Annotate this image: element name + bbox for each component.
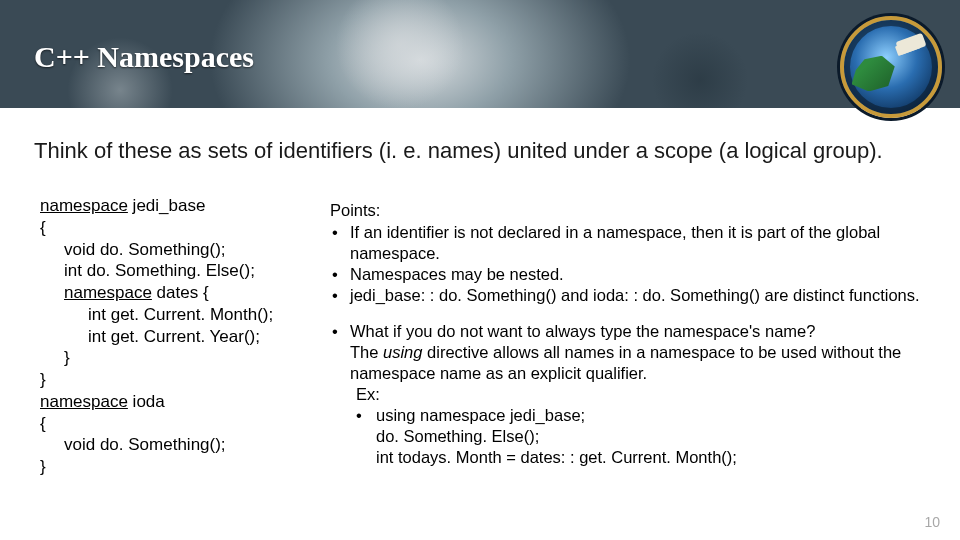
kw-namespace: namespace [64, 283, 152, 302]
sub-bullet: •using namespace jedi_base; [330, 405, 940, 426]
code-block: namespace jedi_base { void do. Something… [40, 195, 310, 478]
bullet-icon: • [356, 405, 376, 426]
jcsda-logo [840, 16, 942, 118]
code-line: int get. Current. Year(); [40, 326, 310, 348]
code-line: int get. Current. Month(); [40, 304, 310, 326]
points-block: Points: •If an identifier is not declare… [330, 200, 940, 468]
bullet-item: •Namespaces may be nested. [330, 264, 940, 285]
points-header: Points: [330, 200, 940, 221]
code-line: { [40, 217, 310, 239]
bullet-icon: • [330, 264, 350, 285]
code-line: void do. Something(); [40, 434, 310, 456]
bullet-text: What if you do not want to always type t… [350, 321, 940, 384]
example-label: Ex: [330, 384, 940, 405]
code-line: namespace ioda [40, 391, 310, 413]
kw-namespace: namespace [40, 392, 128, 411]
code-line: namespace jedi_base [40, 195, 310, 217]
slide-title: C++ Namespaces [34, 40, 254, 74]
kw-namespace: namespace [40, 196, 128, 215]
code-line: void do. Something(); [40, 239, 310, 261]
bullet-icon: • [330, 321, 350, 384]
bullet-icon: • [330, 285, 350, 306]
example-line: do. Something. Else(); [330, 426, 940, 447]
code-line: namespace dates { [40, 282, 310, 304]
bullet-icon: • [330, 222, 350, 264]
bullet-item: •jedi_base: : do. Something() and ioda: … [330, 285, 940, 306]
bullet-item: • What if you do not want to always type… [330, 321, 940, 384]
code-line: int do. Something. Else(); [40, 260, 310, 282]
bullet-item: •If an identifier is not declared in a n… [330, 222, 940, 264]
example-line: int todays. Month = dates: : get. Curren… [330, 447, 940, 468]
code-line: } [40, 369, 310, 391]
code-line: { [40, 413, 310, 435]
slide: C++ Namespaces Think of these as sets of… [0, 0, 960, 540]
page-number: 10 [924, 514, 940, 530]
code-line: } [40, 347, 310, 369]
intro-text: Think of these as sets of identifiers (i… [34, 138, 934, 164]
code-line: } [40, 456, 310, 478]
em-using: using [383, 343, 422, 361]
